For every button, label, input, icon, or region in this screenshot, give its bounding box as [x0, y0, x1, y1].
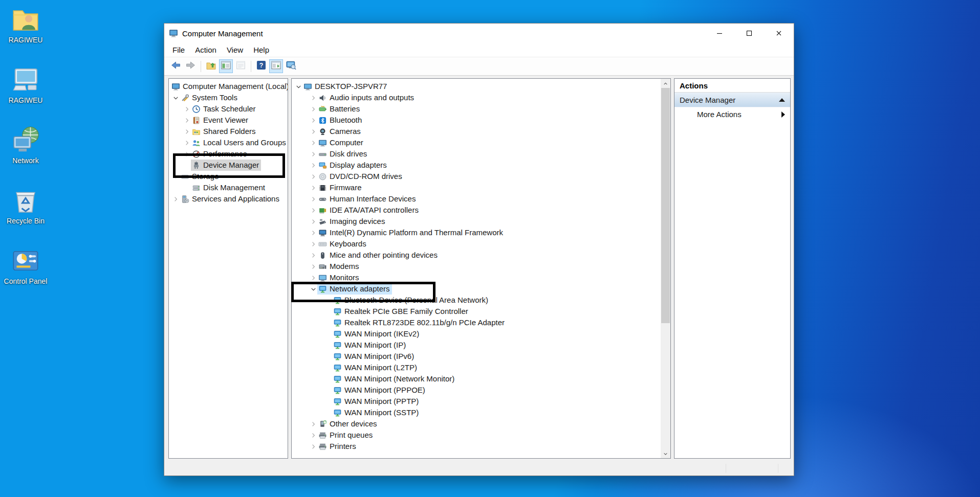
desktop-icon-control-panel-4[interactable]: Control Panel	[2, 246, 49, 296]
action-pane-button[interactable]	[269, 59, 283, 73]
chevron-right-icon[interactable]	[310, 184, 317, 192]
chevron-right-icon[interactable]	[183, 105, 191, 113]
tree-item-imaging-devices[interactable]: Imaging devices	[292, 216, 661, 227]
tree-item-other-devices[interactable]: ?Other devices	[292, 418, 661, 430]
close-button[interactable]	[764, 24, 794, 43]
tree-item-ide-ata-atapi-controllers[interactable]: IDE ATA/ATAPI controllers	[292, 205, 661, 216]
tree-item-realtek-pcie-gbe-family-controller[interactable]: Realtek PCIe GBE Family Controller	[292, 306, 661, 317]
tree-item-bluetooth-device-personal-area-network[interactable]: Bluetooth Device (Personal Area Network)	[292, 295, 661, 306]
folder-up-button[interactable]	[204, 59, 218, 73]
tree-item-network-adapters[interactable]: Network adapters	[292, 283, 661, 295]
chevron-down-icon[interactable]	[295, 82, 302, 91]
tree-item-desktop-jspvr77[interactable]: DESKTOP-JSPVR77	[292, 81, 661, 92]
minimize-button[interactable]	[705, 24, 734, 43]
chevron-right-icon[interactable]	[310, 195, 317, 203]
scrollbar-thumb[interactable]	[661, 88, 670, 323]
tree-item-cameras[interactable]: Cameras	[292, 126, 661, 137]
tree-item-audio-inputs-and-outputs[interactable]: Audio inputs and outputs	[292, 92, 661, 103]
tree-item-shared-folders[interactable]: Shared Folders	[169, 126, 288, 137]
collapse-arrow-icon[interactable]	[779, 98, 785, 102]
tree-item-wan-miniport-ipv6[interactable]: WAN Miniport (IPv6)	[292, 351, 661, 362]
tree-item-printers[interactable]: Printers	[292, 441, 661, 452]
desktop-icon-ragiweu-0[interactable]: RAGIWEU	[2, 5, 49, 54]
chevron-right-icon[interactable]	[310, 172, 317, 180]
chevron-right-icon[interactable]	[310, 150, 317, 158]
chevron-right-icon[interactable]	[310, 217, 317, 225]
chevron-down-icon[interactable]	[310, 285, 317, 293]
tree-item-wan-miniport-ikev2[interactable]: WAN Miniport (IKEv2)	[292, 328, 661, 340]
chevron-down-icon[interactable]	[172, 94, 180, 102]
tree-item-batteries[interactable]: Batteries	[292, 103, 661, 115]
vertical-scrollbar[interactable]	[661, 79, 670, 458]
chevron-right-icon[interactable]	[310, 262, 317, 270]
tree-item-firmware[interactable]: Firmware	[292, 182, 661, 193]
forward-button[interactable]	[184, 59, 198, 73]
tree-item-display-adapters[interactable]: Display adapters	[292, 160, 661, 171]
scroll-up-button[interactable]	[661, 79, 670, 88]
more-actions-item[interactable]: More Actions	[674, 107, 790, 121]
chevron-right-icon[interactable]	[310, 420, 317, 428]
menu-item-view[interactable]: View	[222, 43, 248, 56]
tree-item-wan-miniport-ip[interactable]: WAN Miniport (IP)	[292, 340, 661, 351]
chevron-right-icon[interactable]	[183, 116, 191, 124]
tree-item-computer[interactable]: Computer	[292, 137, 661, 148]
tree-item-human-interface-devices[interactable]: Human Interface Devices	[292, 193, 661, 205]
tree-item-device-manager[interactable]: Device Manager	[169, 160, 288, 171]
tree-item-local-users-and-groups[interactable]: Local Users and Groups	[169, 137, 288, 148]
chevron-right-icon[interactable]	[310, 94, 317, 102]
tree-item-print-queues[interactable]: Print queues	[292, 430, 661, 441]
chevron-right-icon[interactable]	[310, 139, 317, 147]
remote-computer-button[interactable]	[284, 59, 298, 73]
tree-item-bluetooth[interactable]: Bluetooth	[292, 115, 661, 126]
menu-item-help[interactable]: Help	[248, 43, 274, 56]
chevron-right-icon[interactable]	[310, 116, 317, 124]
help-button[interactable]: ?	[254, 59, 268, 73]
chevron-right-icon[interactable]	[310, 240, 317, 248]
tree-item-modems[interactable]: Modems	[292, 261, 661, 272]
menu-item-action[interactable]: Action	[190, 43, 222, 56]
tree-item-services-and-applications[interactable]: Services and Applications	[169, 193, 288, 205]
tree-item-computer-management-local[interactable]: Computer Management (Local)	[169, 81, 288, 92]
tree-item-wan-miniport-network-monitor[interactable]: WAN Miniport (Network Monitor)	[292, 373, 661, 385]
chevron-right-icon[interactable]	[183, 127, 191, 135]
chevron-right-icon[interactable]	[310, 105, 317, 113]
properties-button[interactable]	[234, 59, 248, 73]
chevron-right-icon[interactable]	[310, 127, 317, 135]
tree-item-intel-r-dynamic-platform-and-thermal-framework[interactable]: Intel(R) Dynamic Platform and Thermal Fr…	[292, 227, 661, 238]
tree-item-event-viewer[interactable]: Event Viewer	[169, 115, 288, 126]
title-bar[interactable]: Computer Management	[164, 24, 794, 43]
menu-item-file[interactable]: File	[167, 43, 190, 56]
tree-item-task-scheduler[interactable]: Task Scheduler	[169, 103, 288, 115]
maximize-button[interactable]	[734, 24, 764, 43]
chevron-right-icon[interactable]	[310, 274, 317, 282]
chevron-right-icon[interactable]	[172, 195, 180, 203]
chevron-right-icon[interactable]	[310, 161, 317, 169]
tree-item-wan-miniport-pppoe[interactable]: WAN Miniport (PPPOE)	[292, 385, 661, 396]
tree-item-wan-miniport-pptp[interactable]: WAN Miniport (PPTP)	[292, 396, 661, 407]
tree-item-disk-management[interactable]: Disk Management	[169, 182, 288, 193]
actions-group-device-manager[interactable]: Device Manager	[674, 93, 790, 107]
chevron-right-icon[interactable]	[310, 442, 317, 450]
chevron-right-icon[interactable]	[183, 139, 191, 147]
desktop-icon-network-2[interactable]: Network	[2, 126, 49, 175]
tree-item-system-tools[interactable]: System Tools	[169, 92, 288, 103]
chevron-right-icon[interactable]	[310, 206, 317, 214]
tree-item-dvd-cd-rom-drives[interactable]: DVD/CD-ROM drives	[292, 171, 661, 182]
tree-item-disk-drives[interactable]: Disk drives	[292, 148, 661, 160]
tree-item-monitors[interactable]: Monitors	[292, 272, 661, 283]
tree-item-performance[interactable]: Performance	[169, 148, 288, 160]
chevron-right-icon[interactable]	[310, 251, 317, 259]
chevron-down-icon[interactable]	[172, 172, 180, 180]
back-button[interactable]	[169, 59, 183, 73]
tree-item-keyboards[interactable]: Keyboards	[292, 238, 661, 250]
tree-item-storage[interactable]: Storage	[169, 171, 288, 182]
desktop-icon-ragiweu-1[interactable]: RAGIWEU	[2, 65, 49, 115]
console-tree-button[interactable]	[219, 59, 233, 73]
chevron-right-icon[interactable]	[310, 229, 317, 237]
tree-item-realtek-rtl8723de-802-11b-g-n-pcie-adapter[interactable]: Realtek RTL8723DE 802.11b/g/n PCIe Adapt…	[292, 317, 661, 328]
tree-item-mice-and-other-pointing-devices[interactable]: Mice and other pointing devices	[292, 250, 661, 261]
chevron-right-icon[interactable]	[310, 431, 317, 439]
chevron-right-icon[interactable]	[183, 150, 191, 158]
scroll-down-button[interactable]	[661, 449, 670, 458]
tree-item-wan-miniport-l2tp[interactable]: WAN Miniport (L2TP)	[292, 362, 661, 373]
